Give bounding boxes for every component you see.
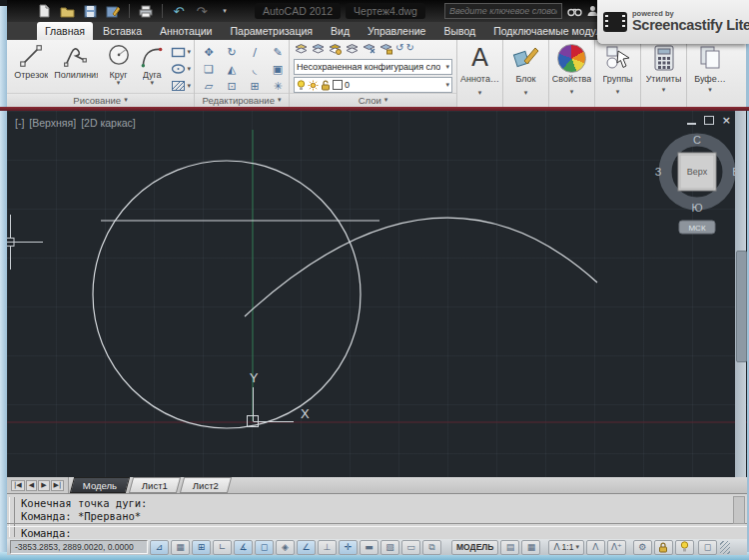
command-window-grip[interactable] (9, 497, 15, 537)
toggle-3d-object-snap[interactable]: ◈ (276, 540, 295, 555)
viewport-menu-control[interactable]: [-] (15, 117, 24, 129)
toggle-snap[interactable]: ▦ (171, 540, 190, 555)
toggle-polar-tracking[interactable]: ∡ (234, 540, 253, 555)
isolate-objects-button[interactable] (675, 540, 694, 555)
tab-view[interactable]: Вид (323, 22, 358, 40)
move-button[interactable]: ✥ (198, 44, 220, 60)
workspace-switching-button[interactable]: ⚙ (633, 540, 652, 555)
scrollbar-thumb[interactable] (736, 251, 747, 362)
redo-button[interactable]: ↷ (193, 3, 211, 19)
search-input[interactable] (444, 3, 562, 19)
explode-button[interactable]: ✳ (267, 78, 289, 94)
tab-parametric[interactable]: Параметризация (223, 22, 322, 40)
next-sheet-button[interactable]: ▶ (38, 480, 49, 491)
coordinates-readout[interactable]: -3853.2853, 2889.0020, 0.0000 (10, 540, 148, 554)
toggle-object-snap-tracking[interactable]: ∠ (297, 540, 316, 555)
toggle-transparency[interactable]: ▧ (380, 540, 399, 555)
toggle-object-snap[interactable]: ◻ (255, 540, 274, 555)
resize-grip[interactable] (720, 541, 730, 554)
scale-button[interactable]: ⊡ (221, 78, 243, 94)
block-expand-icon[interactable]: ▾ (524, 90, 528, 97)
command-window[interactable]: Конечная точка дуги:Команда: *Прервано* … (7, 493, 747, 540)
quick-view-layouts-button[interactable]: ▦ (521, 540, 540, 555)
toggle-lineweight[interactable]: ▬ (360, 540, 378, 555)
annotation-expand-icon[interactable]: ▾ (478, 90, 482, 97)
mirror-button[interactable]: ◭ (221, 61, 243, 77)
layer-combo[interactable]: 0 ▾ (294, 77, 452, 93)
tab-layout2[interactable]: Лист2 (180, 477, 232, 493)
prev-sheet-button[interactable]: ◀ (26, 480, 37, 491)
offset-button[interactable]: ▣ (267, 61, 289, 77)
draw-panel-title[interactable]: Рисование ▾ (7, 93, 194, 107)
plot-button[interactable] (137, 3, 155, 19)
ellipse-button[interactable]: ▾ (168, 61, 194, 77)
qat-dropdown[interactable]: ▾ (216, 3, 234, 19)
tab-model[interactable]: Модель (70, 477, 130, 493)
tab-layout1[interactable]: Лист1 (129, 477, 181, 493)
first-sheet-button[interactable]: |◀ (11, 480, 25, 491)
toggle-dynamic-input[interactable]: ✛ (339, 540, 358, 555)
panel-groups[interactable]: Группы ▾ (595, 40, 641, 107)
undo-button[interactable]: ↶ (170, 3, 188, 19)
toggle-dynamic-ucs[interactable]: ⊥ (318, 540, 337, 555)
panel-clipboard[interactable]: Буфе… ▾ (687, 40, 733, 107)
drawing-area[interactable]: Y X [-] [Верхняя] [2D каркас] × С (7, 111, 747, 477)
drawn-arc[interactable] (245, 218, 597, 316)
stretch-button[interactable]: ▱ (198, 78, 220, 94)
arc-dropdown-icon[interactable]: ▾ (150, 80, 154, 87)
annotation-autoscale-button[interactable]: Λ⁺ (607, 540, 626, 555)
layer-on-bulb-icon[interactable] (297, 80, 306, 91)
toggle-selection-cycling[interactable]: ⧉ (422, 540, 441, 555)
command-prompt[interactable]: Команда: (21, 527, 72, 539)
toggle-infer-constraints[interactable]: ⊿ (150, 540, 169, 555)
fillet-button[interactable]: ◟ (244, 61, 266, 77)
tab-manage[interactable]: Управление (360, 22, 433, 40)
panel-block[interactable]: Блок ▾ (503, 40, 549, 107)
clean-screen-button[interactable]: ◻ (698, 540, 717, 555)
tab-annotate[interactable]: Аннотации (152, 22, 221, 40)
viewcube[interactable]: С В Ю З Верх МСК (651, 123, 743, 235)
properties-expand-icon[interactable]: ▾ (570, 89, 574, 96)
copy-button[interactable]: ❏ (198, 61, 220, 77)
toggle-grid[interactable]: ⊞ (192, 540, 211, 555)
layer-isolate-icon[interactable] (328, 43, 343, 56)
annotation-visibility-button[interactable]: Λ (586, 540, 605, 555)
tab-insert[interactable]: Вставка (95, 22, 150, 40)
model-space-button[interactable]: МОДЕЛЬ (451, 540, 498, 555)
drawn-circle[interactable] (93, 161, 361, 428)
panel-utilities[interactable]: Утилиты ▾ (641, 40, 687, 107)
toggle-quick-properties[interactable]: ▭ (401, 540, 420, 555)
layer-lock-icon[interactable] (378, 43, 393, 56)
viewcube-north[interactable]: С (693, 134, 701, 146)
viewport-view-control[interactable]: [Верхняя] (29, 117, 76, 129)
panel-properties[interactable]: Свойства ▾ (549, 40, 595, 107)
modify-panel-title[interactable]: Редактирование ▾ (195, 93, 289, 107)
viewcube-south[interactable]: Ю (691, 202, 702, 214)
panel-annotation[interactable]: А Аннота… ▾ (457, 40, 503, 107)
layers-panel-title[interactable]: Слои ▾ (290, 93, 456, 107)
viewport-visual-style-control[interactable]: [2D каркас] (81, 117, 136, 129)
search-binoculars-icon[interactable] (567, 6, 582, 17)
viewcube-west[interactable]: З (655, 166, 662, 178)
annotation-scale-button[interactable]: Λ 1:1 ▾ (548, 540, 584, 555)
rotate-button[interactable]: ↻ (221, 44, 243, 60)
quick-view-drawings-button[interactable]: ▤ (500, 540, 519, 555)
tab-plugins[interactable]: Подключаемые модули (485, 22, 615, 40)
layer-unisolate-icon[interactable] (345, 43, 360, 56)
circle-dropdown-icon[interactable]: ▾ (117, 80, 121, 87)
layer-state-combo[interactable]: Несохраненная конфигурация сло ▾ (294, 59, 452, 75)
rectangle-button[interactable]: ▾ (168, 44, 194, 60)
tab-home[interactable]: Главная (37, 22, 93, 40)
hatch-button[interactable]: ▾ (168, 78, 194, 94)
toolbar-lock-button[interactable] (654, 540, 673, 555)
drawing-scrollbar[interactable] (735, 111, 746, 477)
last-sheet-button[interactable]: ▶| (51, 480, 65, 491)
new-file-button[interactable] (35, 3, 53, 19)
clipboard-expand-icon[interactable]: ▾ (708, 87, 712, 94)
layer-color-swatch[interactable] (333, 80, 343, 90)
save-button[interactable] (81, 3, 99, 19)
utilities-expand-icon[interactable]: ▾ (662, 87, 666, 94)
layer-freeze-icon[interactable] (362, 43, 376, 56)
layer-properties-icon[interactable] (294, 43, 309, 56)
toggle-ortho[interactable]: ∟ (213, 540, 232, 555)
